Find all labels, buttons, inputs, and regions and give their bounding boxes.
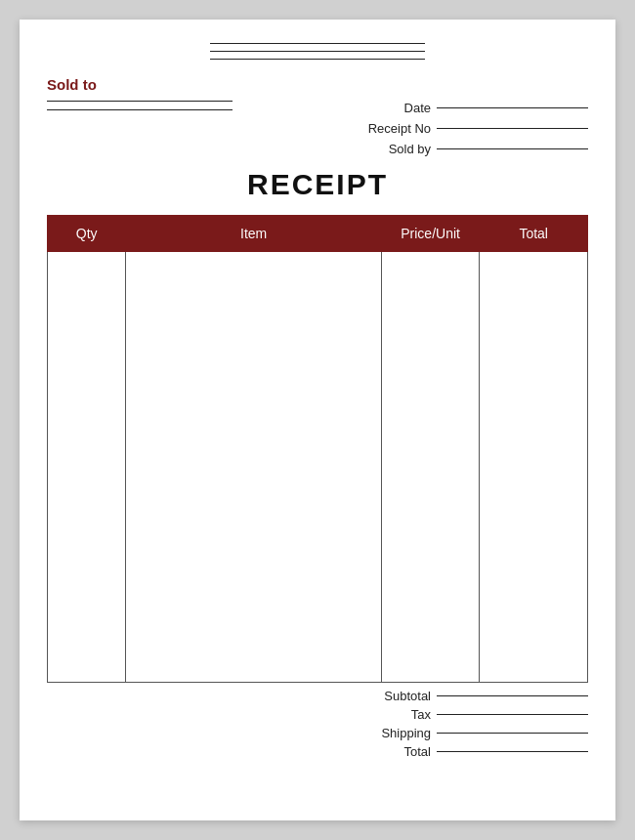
col-header-qty: Qty [48,216,126,252]
header-line-2 [210,51,425,52]
sold-to-line-1 [47,101,233,102]
info-section: Date Receipt No Sold by [47,101,588,156]
cell-item [126,252,381,683]
cell-price-unit [381,252,480,683]
shipping-line [437,733,588,734]
tax-row: Tax [47,707,588,722]
sold-by-row: Sold by [275,142,588,156]
receipt-title: RECEIPT [47,168,588,201]
total-label: Total [353,744,431,759]
header-lines [47,43,588,66]
date-line [437,107,588,108]
total-line [437,751,588,752]
header-line-1 [210,43,425,44]
bottom-area [47,763,588,792]
subtotal-row: Subtotal [47,689,588,703]
tax-label: Tax [353,707,431,722]
date-row: Date [275,101,588,115]
receipt-no-row: Receipt No [275,121,588,136]
shipping-row: Shipping [47,726,588,740]
sold-by-line [437,148,588,149]
tax-line [437,714,588,715]
col-header-total: Total [480,216,588,252]
header-line-3 [210,59,425,60]
sold-to-line-2 [47,109,233,110]
subtotal-line [437,695,588,696]
date-label: Date [360,101,431,115]
receipt-no-label: Receipt No [360,121,431,136]
receipt-page: Sold to Date Receipt No Sold by RECEIPT [20,20,615,820]
sold-to-lines [47,101,242,110]
sold-by-label: Sold by [360,142,431,156]
summary-wrapper: Subtotal Tax Shipping Total [47,689,588,759]
receipt-no-line [437,128,588,129]
subtotal-label: Subtotal [353,689,431,703]
table-row [48,252,588,683]
cell-total [480,252,588,683]
shipping-label: Shipping [353,726,431,740]
sold-to-label: Sold to [47,76,588,93]
total-row: Total [47,744,588,759]
col-header-price-unit: Price/Unit [381,216,480,252]
col-header-item: Item [126,216,381,252]
cell-qty [48,252,126,683]
table-header-row: Qty Item Price/Unit Total [48,216,588,252]
right-fields: Date Receipt No Sold by [275,101,588,156]
receipt-table: Qty Item Price/Unit Total [47,215,588,683]
